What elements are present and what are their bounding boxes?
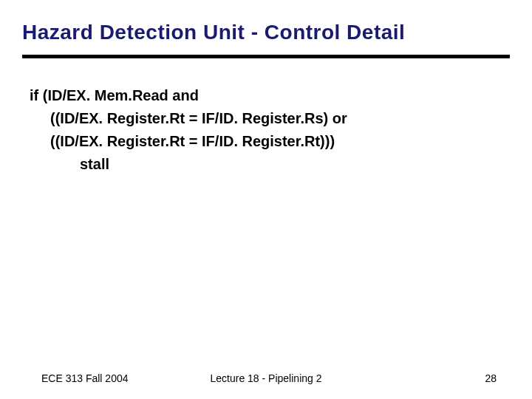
code-line-4: stall (30, 153, 510, 176)
page-title: Hazard Detection Unit - Control Detail (22, 21, 510, 58)
content-block: if (ID/EX. Mem.Read and ((ID/EX. Registe… (22, 84, 510, 176)
footer: ECE 313 Fall 2004 Lecture 18 - Pipelinin… (0, 372, 532, 384)
code-line-2: ((ID/EX. Register.Rt = IF/ID. Register.R… (30, 107, 510, 130)
slide-container: Hazard Detection Unit - Control Detail i… (0, 0, 532, 399)
footer-lecture: Lecture 18 - Pipelining 2 (211, 372, 322, 384)
code-line-1: if (ID/EX. Mem.Read and (30, 84, 510, 107)
footer-page-number: 28 (485, 372, 497, 384)
footer-course: ECE 313 Fall 2004 (41, 372, 129, 384)
code-line-3: ((ID/EX. Register.Rt = IF/ID. Register.R… (30, 130, 510, 153)
